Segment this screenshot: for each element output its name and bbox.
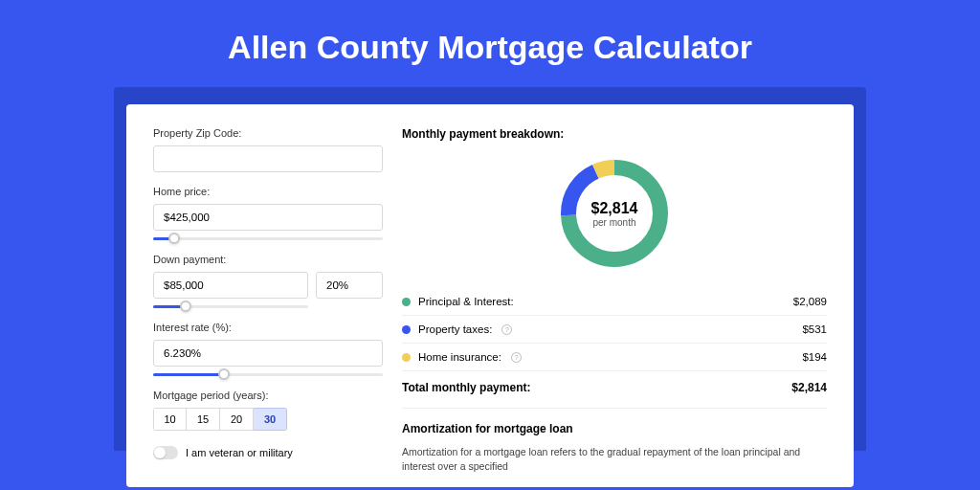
down-payment-slider[interactable] bbox=[153, 301, 308, 314]
home-price-label: Home price: bbox=[153, 186, 383, 197]
interest-rate-slider[interactable] bbox=[153, 368, 383, 382]
donut-center: $2,814 per month bbox=[557, 156, 672, 271]
legend-dot bbox=[402, 298, 411, 306]
slider-track bbox=[153, 237, 383, 240]
breakdown-column: Monthly payment breakdown: $2,814 per mo… bbox=[402, 127, 827, 487]
toggle-knob bbox=[154, 447, 166, 458]
form-column: Property Zip Code: Home price: $425,000 … bbox=[153, 127, 383, 487]
period-label: Mortgage period (years): bbox=[153, 390, 383, 401]
legend-dot bbox=[402, 353, 411, 362]
legend-row: Principal & Interest:$2,089 bbox=[402, 288, 827, 316]
home-price-input[interactable]: $425,000 bbox=[153, 204, 383, 231]
period-option-15[interactable]: 15 bbox=[187, 408, 220, 431]
legend-label: Home insurance: bbox=[418, 351, 501, 363]
interest-rate-label: Interest rate (%): bbox=[153, 322, 383, 333]
down-payment-input[interactable]: $85,000 bbox=[153, 272, 308, 299]
down-payment-pct-input[interactable]: 20% bbox=[316, 272, 383, 299]
info-icon[interactable]: ? bbox=[511, 352, 522, 363]
info-icon[interactable]: ? bbox=[501, 324, 512, 335]
veteran-toggle-row: I am veteran or military bbox=[153, 446, 383, 459]
down-payment-label: Down payment: bbox=[153, 254, 383, 265]
slider-thumb[interactable] bbox=[168, 233, 180, 244]
calculator-panel: Property Zip Code: Home price: $425,000 … bbox=[126, 104, 854, 487]
veteran-toggle[interactable] bbox=[153, 446, 178, 459]
home-price-slider[interactable] bbox=[153, 233, 383, 246]
total-value: $2,814 bbox=[791, 381, 827, 394]
amortization-section: Amortization for mortgage loan Amortizat… bbox=[402, 408, 827, 473]
total-label: Total monthly payment: bbox=[402, 381, 530, 394]
donut-chart: $2,814 per month bbox=[402, 156, 827, 271]
breakdown-title: Monthly payment breakdown: bbox=[402, 127, 827, 141]
total-row: Total monthly payment: $2,814 bbox=[402, 371, 827, 408]
amortization-title: Amortization for mortgage loan bbox=[402, 422, 827, 435]
page-title: Allen County Mortgage Calculator bbox=[0, 0, 980, 87]
period-option-10[interactable]: 10 bbox=[153, 408, 187, 431]
app-root: Allen County Mortgage Calculator Propert… bbox=[0, 0, 980, 490]
legend-value: $531 bbox=[802, 323, 827, 335]
zip-input[interactable] bbox=[153, 145, 383, 172]
slider-thumb[interactable] bbox=[180, 301, 191, 312]
period-option-30[interactable]: 30 bbox=[254, 408, 287, 431]
amortization-text: Amortization for a mortgage loan refers … bbox=[402, 445, 827, 473]
card-backdrop: Property Zip Code: Home price: $425,000 … bbox=[114, 87, 866, 451]
period-options: 10152030 bbox=[153, 408, 287, 431]
period-option-20[interactable]: 20 bbox=[220, 408, 254, 431]
interest-rate-input[interactable]: 6.230% bbox=[153, 340, 383, 367]
veteran-label: I am veteran or military bbox=[186, 447, 293, 458]
legend: Principal & Interest:$2,089Property taxe… bbox=[402, 288, 827, 371]
legend-label: Property taxes: bbox=[418, 323, 492, 335]
zip-label: Property Zip Code: bbox=[153, 127, 383, 139]
legend-value: $194 bbox=[802, 351, 827, 363]
legend-row: Home insurance:?$194 bbox=[402, 344, 827, 371]
donut-amount: $2,814 bbox=[591, 200, 638, 217]
legend-value: $2,089 bbox=[793, 296, 827, 307]
legend-label: Principal & Interest: bbox=[418, 296, 514, 307]
donut-subtext: per month bbox=[592, 217, 635, 228]
slider-thumb[interactable] bbox=[218, 368, 230, 380]
legend-dot bbox=[402, 325, 411, 334]
legend-row: Property taxes:?$531 bbox=[402, 316, 827, 344]
down-payment-row: $85,000 20% bbox=[153, 272, 383, 299]
slider-fill bbox=[153, 373, 224, 376]
